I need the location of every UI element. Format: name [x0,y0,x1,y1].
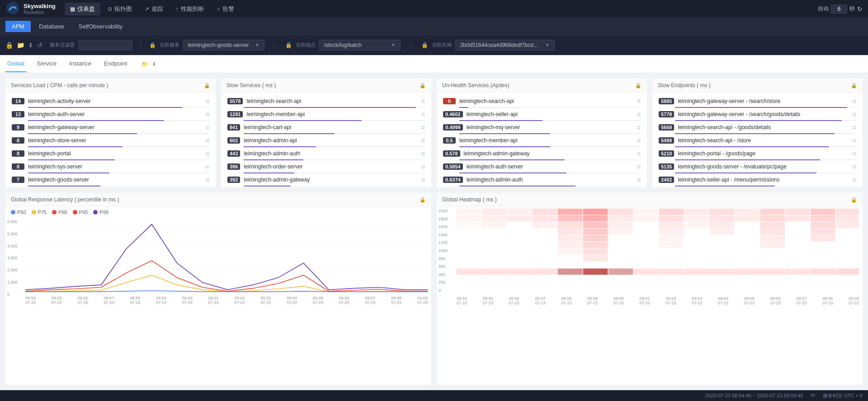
copy-icon[interactable]: ⧉ [206,125,209,131]
x-label-0908: 09:0807-23 [391,296,401,305]
nav-performance[interactable]: ↑ 性能剖析 [170,3,210,15]
slow-endpoints-card: Slow Endpoints ( ms ) 🔒 5885 leimingtech… [652,79,863,187]
p99-label: P99 [99,210,108,215]
svg-rect-35 [735,215,760,222]
service-filter-input[interactable] [78,40,132,50]
heatmap-chart-body: 2000 1800 1600 1400 1200 1000 800 600 40… [437,207,863,306]
copy-icon[interactable]: ⧉ [421,177,425,183]
p90-label: P90 [58,210,67,215]
tab-endpoint[interactable]: Endpoint [102,56,129,72]
copy-icon[interactable]: ⧉ [206,177,209,183]
legend-p95: P95 [73,210,88,215]
copy-icon[interactable]: ⧉ [637,151,641,157]
folder-icon[interactable]: 📁 [17,42,24,49]
svg-rect-73 [507,269,532,275]
copy-icon[interactable]: ⧉ [421,125,425,131]
slow-endpoints-body: 5885 leimingtech-gateway-server - /searc… [652,93,863,187]
tab-instance[interactable]: Instance [67,56,93,72]
service-name: leimingtech-search-api - /goods/details [678,124,849,131]
hm-x-0909: 09:0907-23 [849,296,859,305]
copy-icon[interactable]: ⧉ [853,177,856,183]
copy-icon[interactable]: ⧉ [206,151,209,157]
hm-y-1600: 1600 [439,224,448,229]
slow-endpoints-lock-icon[interactable]: 🔒 [851,83,857,89]
svg-rect-43 [558,222,583,228]
hm-x-0904: 09:0407-23 [718,296,728,305]
tab-global[interactable]: Global [5,56,26,72]
x-label-0909: 09:0907-23 [417,296,428,305]
svg-rect-63 [811,235,835,242]
heatmap-chart-card: Global Heatmap ( ms ) 🔒 2000 1800 1600 1… [437,193,863,385]
download-icon[interactable]: ⬇ [28,42,33,49]
service-badge: 5885 [659,98,674,104]
svg-rect-78 [634,269,659,275]
unhealth-services-card: Un-Health Services (Apdex) 🔒 0 leimingte… [437,79,647,187]
copy-icon[interactable]: ⧉ [637,164,641,170]
copy-icon[interactable]: ⧉ [421,164,425,170]
refresh-button[interactable]: ↻ [857,5,863,13]
nav-alert[interactable]: ○ 告警 [212,3,240,15]
p75-dot [32,210,36,214]
copy-icon[interactable]: ⧉ [421,98,425,104]
timezone-text: 中 [811,392,816,399]
copy-icon[interactable]: ⧉ [206,138,209,144]
copy-icon[interactable]: ⧉ [421,138,425,144]
tab-action-folder-icon[interactable]: 📁 [142,61,148,67]
service-name: leimingtech-goods-server - /evaluate/pc/… [678,163,849,170]
copy-icon[interactable]: ⧉ [853,164,856,170]
copy-icon[interactable]: ⧉ [853,138,856,144]
tab-action-download-icon[interactable]: ⬇ [152,61,156,67]
topology-icon: ⊙ [108,6,112,12]
copy-icon[interactable]: ⧉ [206,112,209,117]
copy-icon[interactable]: ⧉ [206,164,209,170]
services-load-lock-icon[interactable]: 🔒 [204,83,210,89]
current-service-group: 🔒 当前服务 leimingtech-goods-server ▼ [149,40,264,51]
svg-rect-55 [659,228,684,235]
latency-lock-icon[interactable]: 🔒 [420,197,426,203]
service-badge: 0 [443,98,456,104]
current-endpoint-select[interactable]: /stock/log/batch ▼ [319,40,401,51]
copy-icon[interactable]: ⧉ [206,98,209,104]
svg-rect-79 [659,269,684,275]
filter-action-icons: 🔒 📁 ⬇ ↺ [5,42,42,49]
copy-icon[interactable]: ⧉ [637,138,641,144]
copy-icon[interactable]: ⧉ [637,112,641,117]
copy-icon[interactable]: ⧉ [853,125,856,131]
copy-icon[interactable]: ⧉ [853,98,856,104]
unhealth-services-lock-icon[interactable]: 🔒 [635,83,642,89]
copy-icon[interactable]: ⧉ [421,151,425,157]
current-service-select[interactable]: leimingtech-goods-server ▼ [183,40,264,51]
copy-icon[interactable]: ⧉ [853,112,856,117]
svg-rect-46 [659,222,684,228]
auto-label: 自动 [818,5,829,13]
top-right-controls: 自动 秒 ↻ [818,5,863,14]
service-name: leimingtech-admin-api [244,137,418,144]
tab-actions: 📁 ⬇ [142,61,156,67]
slow-services-lock-icon[interactable]: 🔒 [420,83,426,89]
slow-endpoints-title: Slow Endpoints ( ms ) [658,82,711,89]
sec-nav-apm[interactable]: APM [5,21,31,32]
nav-trace[interactable]: ↗ 追踪 [139,3,169,15]
refresh-interval-input[interactable] [831,5,847,14]
current-instance-select[interactable]: 2b0d51644cea4d968dedf7bcd... ▼ [455,40,555,51]
logo-main-text: Skywalking [24,3,56,10]
sec-nav-database[interactable]: Database [33,21,71,32]
svg-rect-45 [609,222,633,228]
copy-icon[interactable]: ⧉ [853,151,856,157]
reload-icon[interactable]: ↺ [37,42,42,49]
nav-topology[interactable]: ⊙ 拓扑图 [102,3,137,15]
sec-nav-self[interactable]: SelfObservability [72,21,129,32]
tab-service[interactable]: Service [35,56,58,72]
services-load-title: Services Load ( CPM - calls per minute ) [11,82,108,89]
list-item: 7 leimingtech-goods-server ⧉ [9,175,212,185]
copy-icon[interactable]: ⧉ [421,112,425,117]
nav-dashboard[interactable]: ▦ 仪表盘 [65,3,100,15]
lock-filter-icon[interactable]: 🔒 [5,42,13,49]
copy-icon[interactable]: ⧉ [637,98,641,104]
service-chevron-icon: ▼ [255,42,259,47]
slow-services-header: Slow Services ( ms ) 🔒 [221,79,431,93]
svg-rect-76 [583,269,608,275]
copy-icon[interactable]: ⧉ [637,125,641,131]
copy-icon[interactable]: ⧉ [637,177,641,183]
heatmap-lock-icon[interactable]: 🔒 [851,197,857,203]
